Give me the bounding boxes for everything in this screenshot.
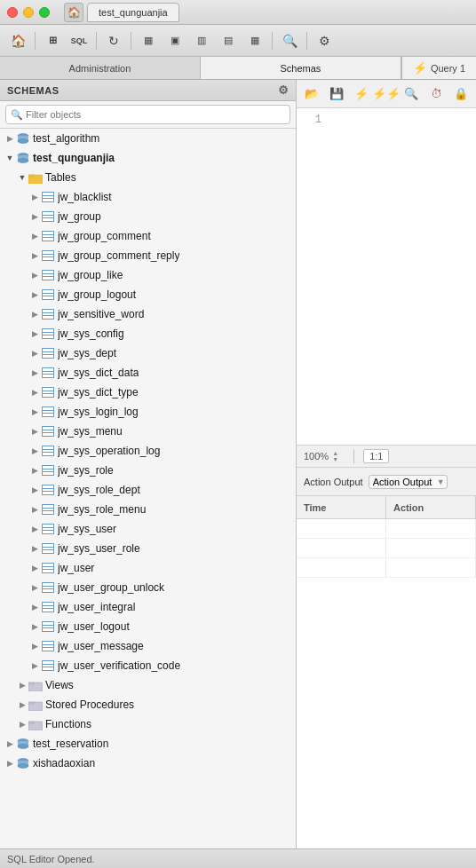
tree-item-jw-sys-user[interactable]: ▶ jw_sys_user <box>0 519 296 539</box>
editor-lock-btn[interactable]: 🔒 <box>449 83 472 105</box>
tree-item-jw-group[interactable]: ▶ jw_group <box>0 207 296 226</box>
table-icon-jw-sys-user <box>41 522 55 536</box>
toolbar-sql-btn[interactable]: SQL <box>67 29 91 52</box>
output-col-time-label: Time <box>304 502 326 513</box>
zoom-down-icon[interactable]: ▼ <box>332 456 345 462</box>
tab-administration[interactable]: Administration <box>0 57 201 79</box>
toolbar-grid5-btn[interactable]: ▦ <box>242 29 267 52</box>
label-jw-group: jw_group <box>58 210 101 223</box>
tree-item-functions[interactable]: ▶ Functions <box>0 714 296 734</box>
toolbar-grid4-btn[interactable]: ▤ <box>216 29 241 52</box>
tab-query[interactable]: ⚡ Query 1 <box>401 57 476 79</box>
arrow-jw-user: ▶ <box>28 562 41 574</box>
toolbar-table-btn[interactable]: ⊞ <box>40 29 65 52</box>
tree-item-jw-user-verification-code[interactable]: ▶ jw_user_verification_code <box>0 656 296 675</box>
maximize-button[interactable] <box>39 7 50 18</box>
tree-item-jw-group-logout[interactable]: ▶ jw_group_logout <box>0 285 296 304</box>
tree-item-jw-sys-role-menu[interactable]: ▶ jw_sys_role_menu <box>0 500 296 519</box>
toolbar-grid1-btn[interactable]: ▦ <box>136 29 161 52</box>
tree-item-jw-sys-operation-log[interactable]: ▶ jw_sys_operation_log <box>0 441 296 461</box>
editor-area[interactable]: 1 <box>297 108 476 445</box>
ratio-display: 1:1 <box>363 449 389 463</box>
arrow-jw-user-group-unlock: ▶ <box>28 581 41 594</box>
table-icon-jw-user-verification-code <box>41 659 55 673</box>
editor-open-btn[interactable]: 📂 <box>300 83 323 105</box>
title-tab-label: test_qunguanjia <box>99 7 168 18</box>
tree-item-jw-user-logout[interactable]: ▶ jw_user_logout <box>0 617 296 636</box>
tab-schemas[interactable]: Schemas <box>201 57 401 79</box>
tree-item-jw-sys-dept[interactable]: ▶ jw_sys_dept <box>0 343 296 363</box>
action-select-wrap[interactable]: Action Output ▼ <box>369 475 448 489</box>
tree-item-test-qunguanjia[interactable]: ▼ test_qunguanjia <box>0 148 296 168</box>
editor-timer-btn[interactable]: ⏱ <box>424 83 448 105</box>
output-cell-action-3 <box>386 558 476 577</box>
editor-find-btn[interactable]: 🔍 <box>400 83 423 105</box>
label-jw-sys-user: jw_sys_user <box>58 523 116 535</box>
output-cell-time-3 <box>297 558 386 577</box>
toolbar-refresh-btn[interactable]: ↻ <box>101 29 126 52</box>
arrow-jw-sensitive-word: ▶ <box>28 308 41 320</box>
zoom-up-icon[interactable]: ▲ <box>332 450 345 456</box>
editor-run-all-btn[interactable]: ⚡⚡ <box>375 83 398 105</box>
output-table-header: Time Action <box>297 496 476 519</box>
schemas-title: SCHEMAS <box>7 85 60 96</box>
schema-icon-test-algorithm <box>16 131 30 146</box>
tree-item-jw-user-integral[interactable]: ▶ jw_user_integral <box>0 597 296 617</box>
zoom-spinner[interactable]: ▲ ▼ <box>332 450 345 462</box>
tree-item-jw-sys-config[interactable]: ▶ jw_sys_config <box>0 324 296 343</box>
minimize-button[interactable] <box>23 7 34 18</box>
tree-item-jw-blacklist[interactable]: ▶ jw_blacklist <box>0 187 296 207</box>
tree-item-jw-sys-role[interactable]: ▶ jw_sys_role <box>0 461 296 480</box>
arrow-jw-user-integral: ▶ <box>28 601 41 613</box>
editor-save-btn[interactable]: 💾 <box>325 83 348 105</box>
tree-item-jw-sys-menu[interactable]: ▶ jw_sys_menu <box>0 422 296 441</box>
label-jw-sys-dict-data: jw_sys_dict_data <box>58 367 139 379</box>
tree-item-jw-sys-login-log[interactable]: ▶ jw_sys_login_log <box>0 402 296 422</box>
label-test-reservation: test_reservation <box>33 738 108 750</box>
output-row-1 <box>297 519 476 539</box>
toolbar-home-btn[interactable]: 🏠 <box>5 29 30 52</box>
schemas-config-icon[interactable]: ⚙ <box>278 83 290 97</box>
tree-item-jw-sys-dict-type[interactable]: ▶ jw_sys_dict_type <box>0 383 296 402</box>
toolbar-settings-btn[interactable]: ⚙ <box>312 29 337 52</box>
tree-item-jw-group-comment-reply[interactable]: ▶ jw_group_comment_reply <box>0 246 296 265</box>
tree-item-jw-user-group-unlock[interactable]: ▶ jw_user_group_unlock <box>0 578 296 597</box>
arrow-views: ▶ <box>16 679 28 691</box>
home-button[interactable]: 🏠 <box>64 3 83 22</box>
search-input[interactable] <box>5 105 290 124</box>
table-icon-jw-sys-dept <box>41 346 55 360</box>
label-jw-user-verification-code: jw_user_verification_code <box>58 659 180 672</box>
toolbar-grid2-btn[interactable]: ▣ <box>163 29 187 52</box>
arrow-jw-sys-login-log: ▶ <box>28 406 41 418</box>
output-cell-time-1 <box>297 519 386 538</box>
folder-icon-functions <box>28 717 43 731</box>
tree-item-test-algorithm[interactable]: ▶ test_algorithm <box>0 129 296 148</box>
tree-item-jw-user[interactable]: ▶ jw_user <box>0 558 296 578</box>
toolbar-search-btn[interactable]: 🔍 <box>277 29 302 52</box>
arrow-jw-blacklist: ▶ <box>28 191 41 203</box>
tree-item-jw-group-comment[interactable]: ▶ jw_group_comment <box>0 226 296 246</box>
tree-item-xishadaoxian[interactable]: ▶ xishadaoxian <box>0 754 296 773</box>
tree-item-test-reservation[interactable]: ▶ test_reservation <box>0 734 296 754</box>
tree-item-jw-sys-user-role[interactable]: ▶ jw_sys_user_role <box>0 539 296 558</box>
table-icon-jw-user <box>41 561 55 575</box>
toolbar-grid3-btn[interactable]: ▥ <box>189 29 214 52</box>
close-button[interactable] <box>7 7 18 18</box>
label-test-qunguanjia: test_qunguanjia <box>33 152 115 164</box>
tree-item-stored-procedures[interactable]: ▶ Stored Procedures <box>0 695 296 714</box>
table-icon-jw-sys-dict-type <box>41 385 55 399</box>
title-tab-active[interactable]: test_qunguanjia <box>87 3 179 22</box>
tree-item-jw-group-like[interactable]: ▶ jw_group_like <box>0 265 296 285</box>
editor-run-btn[interactable]: ⚡ <box>350 83 373 105</box>
tree-item-tables[interactable]: ▼ Tables <box>0 168 296 187</box>
svg-point-19 <box>18 764 28 769</box>
table-icon-jw-sys-login-log <box>41 405 55 419</box>
tree-item-jw-sensitive-word[interactable]: ▶ jw_sensitive_word <box>0 304 296 324</box>
tree-item-jw-sys-role-dept[interactable]: ▶ jw_sys_role_dept <box>0 480 296 500</box>
action-output-select[interactable]: Action Output <box>369 475 448 489</box>
arrow-jw-group-comment-reply: ▶ <box>28 249 41 262</box>
tree-item-jw-sys-dict-data[interactable]: ▶ jw_sys_dict_data <box>0 363 296 383</box>
tree-item-views[interactable]: ▶ Views <box>0 675 296 695</box>
schema-icon-test-qunguanjia <box>16 151 30 165</box>
tree-item-jw-user-message[interactable]: ▶ jw_user_message <box>0 636 296 656</box>
